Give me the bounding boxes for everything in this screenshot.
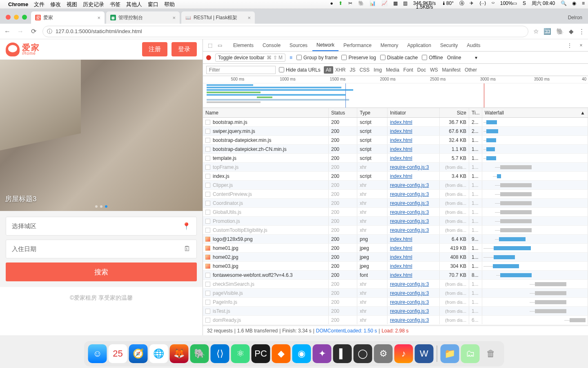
close-tab-icon[interactable]: × [172, 15, 176, 21]
app-icon[interactable]: ◆ [272, 344, 291, 363]
table-row[interactable]: bootstrap-datepicker.zh-CN.min.js200scri… [203, 145, 588, 154]
siri-icon[interactable]: ◉ [572, 0, 576, 6]
filter-type-media[interactable]: Media [384, 66, 401, 74]
back-button[interactable]: ← [3, 28, 11, 35]
network-timeline[interactable]: 500 ms1000 ms1500 ms2000 ms2500 ms3000 m… [203, 76, 588, 108]
throttle-select[interactable]: Online ▾ [447, 55, 478, 61]
trash-icon[interactable]: 🗑 [481, 344, 500, 363]
menu-edit[interactable]: 修改 [50, 1, 61, 8]
col-waterfall[interactable]: Waterfall▲ [482, 108, 588, 117]
carousel-dot[interactable] [105, 205, 107, 208]
filter-type-all[interactable]: All [324, 66, 333, 74]
app-icon[interactable]: ✦ [313, 344, 332, 363]
menu-file[interactable]: 文件 [34, 1, 45, 8]
terminal-icon[interactable]: ▌ [333, 344, 352, 363]
stack-icon[interactable]: 🗂 [461, 344, 480, 363]
preferences-icon[interactable]: ⚙ [374, 344, 393, 363]
table-row[interactable]: Coordinator.js200xhrrequire-config.js:3(… [203, 199, 588, 208]
vscode-icon[interactable]: ⟨⟩ [211, 344, 229, 363]
col-size[interactable]: Size [440, 108, 469, 117]
hide-data-urls-checkbox[interactable]: Hide data URLs [279, 67, 321, 73]
finder-icon[interactable]: ☺ [88, 344, 107, 363]
menubar-app[interactable]: Chrome [8, 1, 28, 7]
col-name[interactable]: Name [203, 108, 329, 117]
url-input[interactable]: ⓘ 127.0.0.1:5000/static/html/index.html [42, 26, 528, 37]
filter-type-manifest[interactable]: Manifest [440, 66, 463, 74]
date-select[interactable]: 入住日期 🗓 [6, 240, 197, 258]
avast-icon[interactable]: ⓐ [459, 0, 464, 7]
calendar-icon[interactable]: 25 [109, 344, 127, 363]
carousel-dot[interactable] [95, 205, 98, 208]
browser-tab[interactable]: 📖 RESTful | Flask框架 × [181, 11, 255, 24]
wifi-icon[interactable]: ⌔ [492, 0, 494, 6]
close-tab-icon[interactable]: × [97, 15, 100, 21]
evernote-icon[interactable]: 🐘 [190, 344, 209, 363]
site-info-icon[interactable]: ⓘ [47, 28, 52, 35]
record-button[interactable] [206, 55, 211, 60]
notifications-icon[interactable]: ≡ [582, 0, 585, 6]
extension-icon[interactable]: ◆ [569, 28, 574, 35]
group-by-frame-checkbox[interactable]: Group by frame [296, 55, 337, 61]
close-window-icon[interactable] [6, 15, 11, 20]
table-row[interactable]: pageVisible.js200xhrrequire-config.js:3(… [203, 289, 588, 298]
menu-window[interactable]: 窗口 [148, 1, 158, 8]
word-icon[interactable]: W [415, 344, 434, 363]
table-row[interactable]: GlobalUtils.js200xhrrequire-config.js:3(… [203, 208, 588, 217]
browser-tab[interactable]: ◉ 管理控制台 × [106, 11, 180, 24]
chrome-profile[interactable]: Delron [562, 11, 588, 24]
table-body[interactable]: bootstrap.min.js200scriptindex.html36.7 … [203, 118, 588, 325]
sync-icon[interactable]: ⟨··⟩ [479, 0, 486, 6]
table-row[interactable]: domReady.js200xhrrequire-config.js:3(fro… [203, 316, 588, 325]
scissors-icon[interactable]: ✂ [348, 0, 352, 6]
evernote-icon[interactable]: 🐘 [358, 0, 364, 6]
menu-bookmarks[interactable]: 书签 [110, 1, 120, 8]
evernote-clip-icon[interactable]: 🐘 [556, 28, 564, 35]
col-time[interactable]: Ti... [469, 108, 482, 117]
forward-button[interactable]: → [16, 28, 24, 35]
search-button[interactable]: 搜索 [6, 263, 197, 281]
filter-type-js[interactable]: JS [347, 66, 357, 74]
app-icon[interactable]: ◉ [292, 344, 311, 363]
minimize-window-icon[interactable] [14, 15, 19, 20]
carousel-dot[interactable] [100, 205, 102, 208]
table-row[interactable]: home03.jpg200jpegindex.html304 KB1... [203, 262, 588, 271]
register-button[interactable]: 注册 [142, 42, 167, 56]
table-row[interactable]: home02.jpg200jpegindex.html408 KB1... [203, 253, 588, 262]
table-row[interactable]: Promotion.js200xhrrequire-config.js:3(fr… [203, 217, 588, 226]
hero-carousel[interactable]: 房屋标题3 [0, 60, 203, 211]
table-row[interactable]: swiper.jquery.min.js200scriptindex.html6… [203, 127, 588, 136]
filter-type-ws[interactable]: WS [428, 66, 440, 74]
filter-type-font[interactable]: Font [401, 66, 415, 74]
obs-icon[interactable]: ◯ [354, 344, 372, 363]
table-row[interactable]: bootstrap-datepicker.min.js200scriptinde… [203, 136, 588, 145]
battery-indicator[interactable]: 100% ▭ [500, 0, 517, 6]
status-icon[interactable]: ● [330, 0, 333, 6]
star-icon[interactable]: ☆ [533, 28, 539, 35]
atom-icon[interactable]: ⚛ [231, 344, 250, 363]
tab-application[interactable]: Application [403, 39, 435, 51]
tab-network[interactable]: Network [312, 39, 339, 51]
site-logo[interactable]: 爱家 iHome [6, 43, 40, 56]
table-row[interactable]: topFrame.js200xhrrequire-config.js:3(fro… [203, 163, 588, 172]
browser-tab[interactable]: 爱 爱家 × [31, 11, 105, 24]
menu-people[interactable]: 其他人 [126, 1, 142, 8]
preserve-log-checkbox[interactable]: Preserve log [341, 55, 376, 61]
filter-type-img[interactable]: Img [372, 66, 384, 74]
devtools-close-icon[interactable]: × [577, 41, 586, 50]
login-button[interactable]: 登录 [172, 42, 197, 56]
close-tab-icon[interactable]: × [247, 15, 251, 21]
offline-checkbox[interactable]: Offline [422, 55, 443, 61]
status-icon[interactable]: ⬆ [339, 0, 343, 6]
tab-sources[interactable]: Sources [285, 39, 312, 51]
plane-icon[interactable]: ✈ [470, 0, 474, 6]
table-row[interactable]: isTest.js200xhrrequire-config.js:3(from … [203, 307, 588, 316]
music-icon[interactable]: ♪ [394, 344, 413, 363]
firefox-icon[interactable]: 🦊 [170, 344, 189, 363]
tab-performance[interactable]: Performance [339, 39, 376, 51]
devtools-menu-icon[interactable]: ⋮ [565, 41, 574, 50]
maximize-window-icon[interactable] [22, 15, 27, 20]
chrome-icon[interactable]: 🌐 [149, 344, 168, 363]
reload-button[interactable]: ⟳ [29, 27, 38, 35]
translate-icon[interactable]: 🈁 [543, 28, 551, 35]
filter-type-doc[interactable]: Doc [415, 66, 428, 74]
